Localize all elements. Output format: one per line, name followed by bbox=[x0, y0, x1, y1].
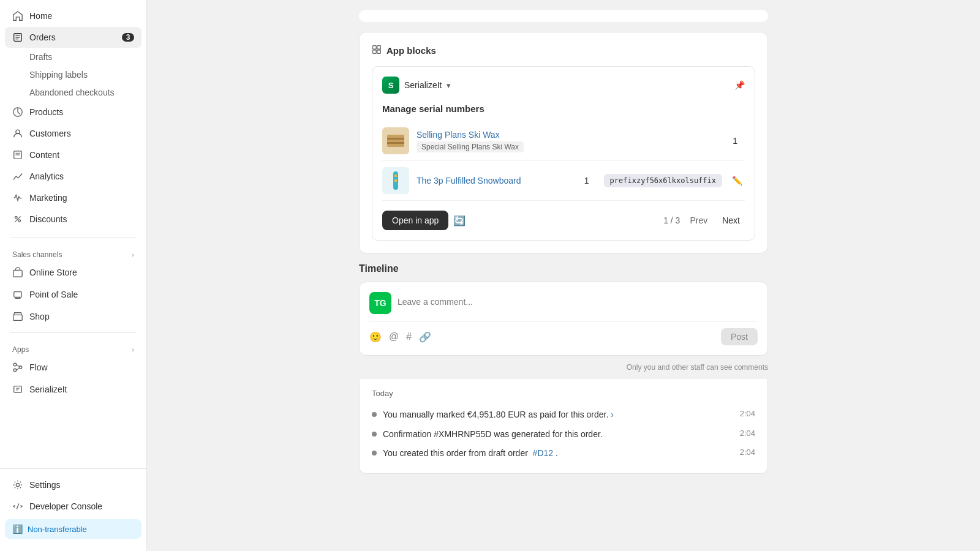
post-button[interactable]: Post bbox=[721, 328, 758, 345]
product-qty-2: 1 bbox=[584, 176, 589, 186]
svg-rect-28 bbox=[373, 46, 377, 50]
main-content: App blocks S SerializeIt ▾ 📌 Manage seri… bbox=[147, 0, 980, 551]
snowboard-thumbnail bbox=[382, 167, 409, 194]
product-thumb-1 bbox=[382, 127, 409, 154]
svg-rect-32 bbox=[387, 135, 404, 147]
svg-rect-12 bbox=[13, 270, 22, 277]
serial-badge: prefixzyf56x6lkxolsuffix bbox=[604, 174, 722, 187]
next-button[interactable]: Next bbox=[717, 213, 745, 228]
settings-label: Settings bbox=[29, 480, 61, 490]
sidebar-item-customers[interactable]: Customers bbox=[5, 123, 141, 144]
sidebar-item-flow[interactable]: Flow bbox=[5, 357, 141, 378]
sidebar-item-discounts[interactable]: Discounts bbox=[5, 209, 141, 230]
sidebar-item-marketing[interactable]: Marketing bbox=[5, 187, 141, 208]
prev-button[interactable]: Prev bbox=[685, 213, 712, 228]
sidebar-item-shop[interactable]: Shop bbox=[5, 306, 141, 327]
pagination-info: 1 / 3 bbox=[663, 216, 680, 225]
orders-badge: 3 bbox=[122, 33, 134, 42]
app-block-name-row: S SerializeIt ▾ bbox=[382, 77, 451, 94]
svg-rect-31 bbox=[377, 50, 381, 54]
product-qty-1: 1 bbox=[733, 136, 737, 146]
draft-order-link[interactable]: #D12 bbox=[533, 448, 553, 458]
timeline-time-2: 2:04 bbox=[740, 448, 755, 457]
emoji-icon[interactable]: 🙂 bbox=[369, 331, 382, 343]
drafts-label: Drafts bbox=[29, 52, 52, 62]
ski-wax-thumbnail bbox=[382, 127, 409, 154]
timeline-events: Today You manually marked €4,951.80 EUR … bbox=[359, 379, 768, 474]
open-in-app-button[interactable]: Open in app bbox=[382, 211, 448, 230]
sidebar-sub-item-abandoned-checkouts[interactable]: Abandoned checkouts bbox=[5, 84, 141, 101]
sidebar-item-home[interactable]: Home bbox=[5, 6, 141, 26]
product-link-1[interactable]: Selling Plans Ski Wax bbox=[417, 130, 500, 140]
apps-expand[interactable]: › bbox=[132, 346, 134, 353]
home-icon bbox=[12, 10, 23, 21]
sidebar-item-content[interactable]: Content bbox=[5, 144, 141, 165]
sidebar-item-point-of-sale[interactable]: Point of Sale bbox=[5, 284, 141, 305]
sidebar-divider-2 bbox=[10, 332, 137, 333]
svg-rect-23 bbox=[14, 386, 22, 393]
sidebar-item-serializeit[interactable]: SerializeIt bbox=[5, 379, 141, 400]
non-transferable-item[interactable]: ℹ️ Non-transferable bbox=[5, 519, 141, 539]
app-avatar: S bbox=[382, 77, 399, 94]
timeline-dot-1 bbox=[372, 432, 377, 437]
svg-line-11 bbox=[15, 217, 21, 222]
home-label: Home bbox=[29, 11, 52, 21]
svg-point-10 bbox=[18, 220, 21, 222]
sidebar-item-settings[interactable]: Settings bbox=[5, 474, 141, 495]
timeline-title: Timeline bbox=[359, 263, 768, 274]
online-store-icon bbox=[12, 267, 23, 278]
products-label: Products bbox=[29, 107, 63, 117]
timeline-time-1: 2:04 bbox=[740, 429, 755, 438]
sidebar-item-analytics[interactable]: Analytics bbox=[5, 166, 141, 187]
flow-label: Flow bbox=[29, 362, 48, 372]
timeline-event-0: You manually marked €4,951.80 EUR as pai… bbox=[372, 405, 755, 425]
svg-line-22 bbox=[17, 368, 20, 370]
product-info-1: Selling Plans Ski Wax Special Selling Pl… bbox=[417, 130, 725, 152]
serializeit-label: SerializeIt bbox=[29, 384, 67, 394]
svg-point-26 bbox=[16, 483, 19, 486]
online-store-label: Online Store bbox=[29, 268, 77, 277]
content-icon bbox=[12, 149, 23, 160]
svg-rect-13 bbox=[14, 292, 22, 298]
product-row-2: The 3p Fulfilled Snowboard 1 prefixzyf56… bbox=[382, 161, 745, 201]
product-link-2[interactable]: The 3p Fulfilled Snowboard bbox=[417, 176, 521, 186]
abandoned-checkouts-label: Abandoned checkouts bbox=[29, 88, 115, 97]
sidebar-item-developer-console[interactable]: Developer Console bbox=[5, 496, 141, 517]
apps-header: Apps › bbox=[0, 338, 146, 356]
svg-rect-34 bbox=[387, 142, 404, 144]
app-dropdown-chevron[interactable]: ▾ bbox=[447, 81, 451, 90]
developer-console-label: Developer Console bbox=[29, 501, 102, 511]
app-blocks-icon bbox=[372, 45, 382, 56]
staff-note: Only you and other staff can see comment… bbox=[359, 361, 768, 379]
analytics-label: Analytics bbox=[29, 171, 64, 181]
sidebar-sub-item-drafts[interactable]: Drafts bbox=[5, 48, 141, 66]
sidebar-item-products[interactable]: Products bbox=[5, 102, 141, 122]
app-block-header: S SerializeIt ▾ 📌 bbox=[382, 77, 745, 94]
pin-icon[interactable]: 📌 bbox=[734, 80, 745, 90]
sidebar-item-orders[interactable]: Orders 3 bbox=[5, 27, 141, 48]
comment-input[interactable] bbox=[398, 292, 758, 312]
sales-channels-expand[interactable]: › bbox=[132, 251, 134, 258]
svg-point-19 bbox=[19, 366, 22, 369]
sidebar-item-online-store[interactable]: Online Store bbox=[5, 262, 141, 283]
refresh-icon[interactable]: 🔄 bbox=[453, 215, 466, 227]
app-blocks-heading: App blocks bbox=[386, 45, 436, 56]
developer-console-icon bbox=[12, 501, 23, 512]
manage-serial-title: Manage serial numbers bbox=[382, 103, 745, 114]
svg-rect-36 bbox=[394, 174, 397, 177]
mention-icon[interactable]: @ bbox=[389, 331, 399, 343]
timeline-section: Timeline TG 🙂 @ # 🔗 Post bbox=[359, 263, 768, 474]
comment-toolbar: 🙂 @ # 🔗 Post bbox=[369, 321, 758, 345]
timeline-text-1: Confirmation #XMHRNP55D was generated fo… bbox=[383, 429, 734, 441]
timeline-text-2: You created this order from draft order … bbox=[383, 448, 734, 460]
point-of-sale-icon bbox=[12, 289, 23, 300]
timeline-day: Today bbox=[372, 389, 755, 398]
product-thumb-2 bbox=[382, 167, 409, 194]
link-icon[interactable]: 🔗 bbox=[419, 331, 431, 343]
sidebar-sub-item-shipping-labels[interactable]: Shipping labels bbox=[5, 66, 141, 83]
event-link-0[interactable]: › bbox=[611, 410, 614, 419]
hashtag-icon[interactable]: # bbox=[406, 331, 412, 343]
edit-serial-button[interactable]: ✏️ bbox=[729, 173, 745, 188]
marketing-label: Marketing bbox=[29, 193, 67, 203]
svg-rect-37 bbox=[394, 179, 397, 182]
